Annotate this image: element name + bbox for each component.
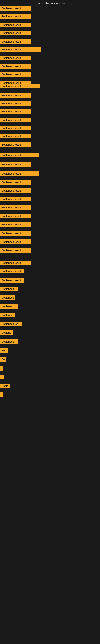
bottleneck-result-item[interactable]: Bottleneck result: [0, 118, 31, 122]
bottleneck-result-item[interactable]: Bottlene: [0, 330, 13, 335]
bottleneck-result-item[interactable]: Bottleneck result: [0, 56, 31, 60]
bottleneck-result-item[interactable]: Bottleneck result: [0, 205, 31, 210]
bottleneck-result-item[interactable]: Bottleneck result: [0, 101, 31, 106]
bottleneck-result-item[interactable]: Bottleneck result: [0, 22, 31, 27]
site-title: TheBottlenecker.com: [0, 0, 100, 6]
bottleneck-result-item[interactable]: Bottleneck result: [0, 180, 31, 184]
bottleneck-result-item[interactable]: Bott: [0, 348, 8, 353]
bottleneck-result-item[interactable]: B: [0, 375, 3, 379]
bottleneck-result-item[interactable]: Bottleneck result: [0, 84, 40, 88]
bottleneck-result-item[interactable]: Bottleneck result: [0, 260, 31, 265]
bottleneck-result-item[interactable]: Bottleneck result: [0, 134, 31, 138]
bottleneck-result-item[interactable]: Bo: [0, 357, 6, 362]
bottleneck-result-item[interactable]: Bottleneck res: [0, 322, 22, 326]
bottleneck-result-item[interactable]: Bottleneck result: [0, 6, 31, 11]
bottleneck-result-item[interactable]: Bottleneck result: [0, 172, 39, 176]
bottleneck-result-item[interactable]: Bottleneck result: [0, 197, 31, 202]
bottleneck-result-item[interactable]: Bottleneck result: [0, 162, 31, 167]
bottleneck-result-item[interactable]: Bottleneck r: [0, 339, 18, 344]
bottleneck-result-item[interactable]: |: [0, 366, 3, 370]
bottleneck-result-item[interactable]: Bottleneck result: [0, 214, 31, 218]
bottleneck-result-item[interactable]: Bottleneck result: [0, 47, 41, 52]
bottleneck-result-item[interactable]: Bottleneck result: [0, 278, 24, 282]
bottleneck-result-item[interactable]: Bottleneck result: [0, 72, 31, 77]
bottleneck-result-item[interactable]: Bottleneck result: [0, 126, 31, 130]
bottleneck-result-item[interactable]: Bottleneck result: [0, 14, 31, 19]
bottleneck-result-item[interactable]: Bottleneck: [0, 296, 15, 300]
bottleneck-result-item[interactable]: Bottleneck r: [0, 304, 18, 308]
bottleneck-result-item[interactable]: Bottleneck result: [0, 269, 24, 274]
bottleneck-result-item[interactable]: Bottleneck result: [0, 64, 31, 69]
bottleneck-result-item[interactable]: Bottleneck result: [0, 93, 31, 98]
bottleneck-result-item[interactable]: Bottleneck: [0, 313, 15, 317]
bottleneck-result-item[interactable]: Bottleneck result: [0, 40, 31, 44]
bottleneck-result-item[interactable]: Bottleneck r: [0, 286, 18, 291]
bottleneck-result-item[interactable]: Bottleneck result: [0, 231, 31, 236]
bottleneck-result-item[interactable]: Bottleneck result: [0, 248, 31, 252]
bottleneck-result-item[interactable]: Bottleneck result: [0, 142, 31, 147]
bottleneck-result-item[interactable]: Bottleneck result: [0, 30, 31, 35]
bottleneck-result-item[interactable]: |: [0, 392, 3, 397]
bottleneck-result-item[interactable]: Bottleneck result: [0, 188, 31, 193]
bottleneck-result-item[interactable]: Bottleneck result: [0, 240, 31, 244]
bottleneck-result-item[interactable]: Bottle: [0, 384, 10, 388]
bottleneck-result-item[interactable]: Bottleneck result: [0, 109, 31, 114]
bottleneck-result-item[interactable]: Bottleneck result: [0, 222, 31, 227]
bottleneck-result-item[interactable]: Bottleneck result: [0, 153, 39, 158]
